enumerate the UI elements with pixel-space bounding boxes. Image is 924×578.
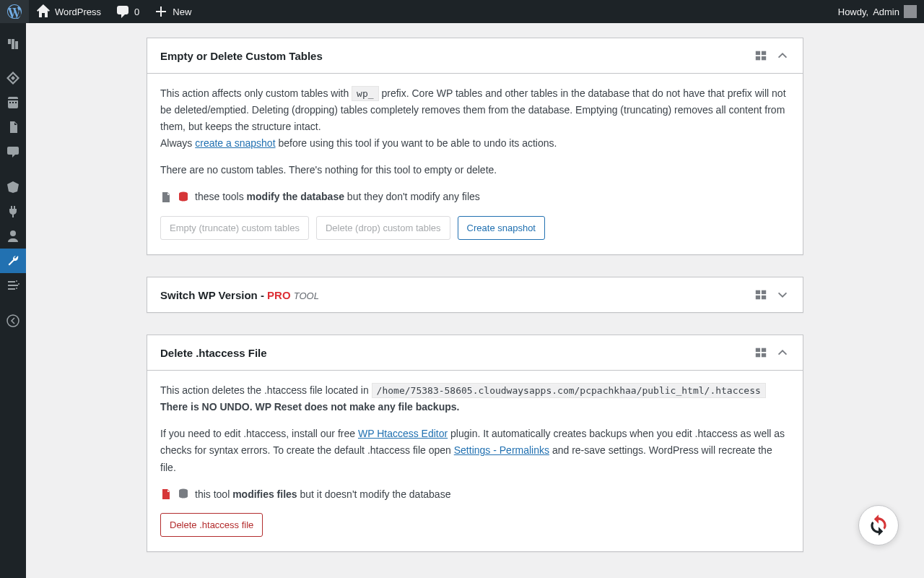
database-icon <box>178 488 189 500</box>
floating-sync-button[interactable] <box>858 505 899 545</box>
new-content-menu[interactable]: New <box>147 0 199 23</box>
svg-rect-9 <box>762 296 766 299</box>
admin-menu <box>0 23 26 578</box>
wordpress-icon <box>7 4 22 19</box>
content-area[interactable]: Empty or Delete Custom Tables This actio… <box>26 23 924 578</box>
postbox-controls <box>754 345 790 360</box>
my-account-menu[interactable]: Howdy, Admin <box>831 0 924 23</box>
adminbar-left: WordPress 0 New <box>0 0 199 23</box>
menu-tools[interactable] <box>0 249 26 273</box>
postbox-header: Delete .htaccess File <box>147 335 803 371</box>
user-display-name: Admin <box>873 7 899 17</box>
postbox-title: Switch WP Version - PRO TOOL <box>160 289 319 301</box>
postbox-title: Delete .htaccess File <box>160 347 267 359</box>
create-snapshot-button[interactable]: Create snapshot <box>458 216 545 241</box>
postbox-controls <box>754 48 790 63</box>
postbox-controls <box>754 288 790 302</box>
new-label: New <box>173 7 191 17</box>
help-text: If you need to edit .htaccess, install o… <box>160 426 790 475</box>
postbox-title: Empty or Delete Custom Tables <box>160 50 323 62</box>
menu-dashboard[interactable] <box>0 30 26 55</box>
menu-posts[interactable] <box>0 66 26 90</box>
howdy-prefix: Howdy, <box>838 7 868 17</box>
menu-appearance[interactable] <box>0 175 26 199</box>
wp-htaccess-editor-link[interactable]: WP Htaccess Editor <box>358 428 448 439</box>
site-name-label: WordPress <box>55 7 101 17</box>
svg-point-0 <box>7 315 19 327</box>
svg-rect-13 <box>762 353 766 357</box>
menu-users[interactable] <box>0 224 26 249</box>
file-icon <box>160 191 172 203</box>
settings-permalinks-link[interactable]: Settings - Permalinks <box>454 444 549 456</box>
grid-icon[interactable] <box>754 48 768 63</box>
button-row: Empty (truncate) custom tables Delete (d… <box>160 216 790 241</box>
grid-icon[interactable] <box>754 345 768 360</box>
sync-icon <box>868 514 889 538</box>
modify-note: these tools modify the database but they… <box>160 189 790 205</box>
postbox-body: This action affects only custom tables w… <box>147 74 803 254</box>
file-icon <box>160 488 172 500</box>
menu-collapse[interactable] <box>0 309 26 333</box>
postbox-empty-delete-tables: Empty or Delete Custom Tables This actio… <box>147 38 803 255</box>
drop-tables-button: Delete (drop) custom tables <box>316 216 450 241</box>
postbox-header: Empty or Delete Custom Tables <box>147 38 803 74</box>
menu-pages[interactable] <box>0 115 26 139</box>
menu-plugins[interactable] <box>0 199 26 224</box>
svg-rect-7 <box>762 290 766 294</box>
svg-rect-10 <box>756 348 760 352</box>
postbox-switch-wp-version: Switch WP Version - PRO TOOL <box>147 277 803 313</box>
postbox-delete-htaccess: Delete .htaccess File This action delete… <box>147 335 803 552</box>
svg-rect-1 <box>756 51 760 55</box>
chevron-up-icon[interactable] <box>775 48 790 63</box>
avatar <box>904 5 917 18</box>
svg-rect-11 <box>762 348 766 352</box>
path-code: /home/75383-58605.cloudwaysapps.com/pcpa… <box>372 383 766 398</box>
plus-icon <box>154 4 168 19</box>
menu-settings[interactable] <box>0 273 26 298</box>
home-icon <box>36 4 51 19</box>
admin-toolbar: WordPress 0 New Howdy, Admin <box>0 0 924 23</box>
site-name-menu[interactable]: WordPress <box>29 0 108 23</box>
comment-icon <box>116 4 130 19</box>
svg-rect-6 <box>756 290 760 294</box>
comments-menu[interactable]: 0 <box>108 0 147 23</box>
svg-rect-2 <box>762 51 766 55</box>
menu-comments[interactable] <box>0 139 26 164</box>
empty-tables-button: Empty (truncate) custom tables <box>160 216 309 241</box>
postbox-header: Switch WP Version - PRO TOOL <box>147 277 803 312</box>
tool-badge: TOOL <box>294 290 319 301</box>
create-snapshot-link[interactable]: create a snapshot <box>195 137 275 149</box>
svg-rect-12 <box>756 353 760 357</box>
wp-logo-menu[interactable] <box>0 0 29 23</box>
description-text: This action affects only custom tables w… <box>160 85 790 152</box>
description-text: This action deletes the .htaccess file l… <box>160 382 790 415</box>
chevron-up-icon[interactable] <box>775 345 790 360</box>
grid-icon[interactable] <box>754 288 768 302</box>
comment-count: 0 <box>134 7 139 17</box>
delete-htaccess-button[interactable]: Delete .htaccess file <box>160 513 263 538</box>
database-icon <box>178 191 189 203</box>
modify-note: this tool modifies files but it doesn't … <box>160 486 790 503</box>
menu-media[interactable] <box>0 90 26 115</box>
pro-badge: PRO <box>267 289 291 301</box>
svg-rect-4 <box>762 56 766 60</box>
button-row: Delete .htaccess file <box>160 513 790 538</box>
svg-rect-8 <box>756 296 760 299</box>
prefix-code: wp_ <box>352 86 378 101</box>
no-tables-message: There are no custom tables. There's noth… <box>160 162 790 178</box>
postbox-body: This action deletes the .htaccess file l… <box>147 371 803 551</box>
chevron-down-icon[interactable] <box>775 288 790 302</box>
svg-rect-3 <box>756 56 760 60</box>
adminbar-right: Howdy, Admin <box>831 0 924 23</box>
